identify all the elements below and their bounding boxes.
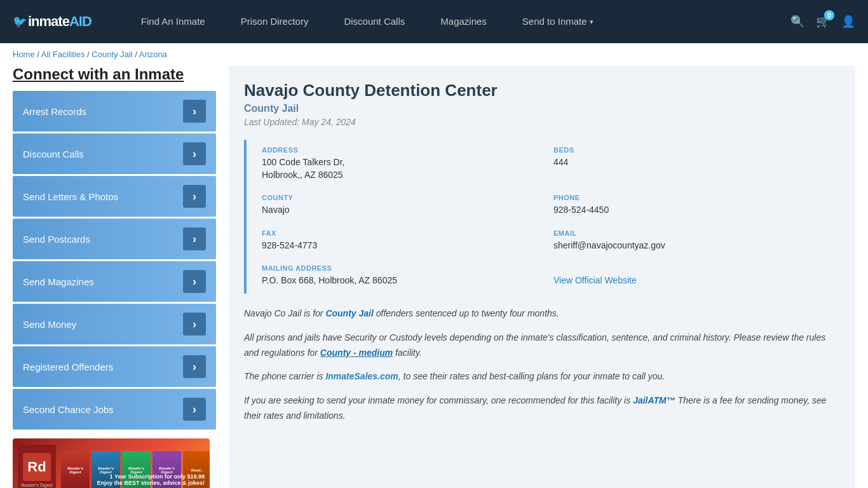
sidebar-item-label: Send Postcards xyxy=(23,234,90,245)
cart-icon[interactable]: 🛒 0 xyxy=(816,15,830,29)
website-cell: View Official Website xyxy=(548,258,840,294)
county-label: COUNTY xyxy=(262,194,543,201)
sidebar-item-discount-calls[interactable]: Discount Calls › xyxy=(13,133,216,174)
nav-discount-calls[interactable]: Discount Calls xyxy=(326,0,423,43)
breadcrumb-arizona[interactable]: Arizona xyxy=(139,50,167,59)
chevron-right-icon: › xyxy=(183,142,206,165)
search-icon[interactable]: 🔍 xyxy=(790,15,804,29)
address-value: 100 Code Talkers Dr,Holbrook,, AZ 86025 xyxy=(262,156,543,181)
email-cell: EMAIL sheriff@navajocountyaz.gov xyxy=(548,223,840,259)
facility-name: Navajo County Detention Center xyxy=(244,81,840,100)
mailing-label: MAILING ADDRESS xyxy=(262,264,543,272)
sidebar-item-send-magazines[interactable]: Send Magazines › xyxy=(13,261,216,302)
desc-jailatm-link[interactable]: JailATM™ xyxy=(633,395,675,405)
county-cell: COUNTY Navajo xyxy=(257,187,548,223)
chevron-right-icon: › xyxy=(183,270,206,293)
facility-updated: Last Updated: May 24, 2024 xyxy=(244,117,840,127)
sidebar-item-label: Second Chance Jobs xyxy=(23,404,114,415)
chevron-right-icon: › xyxy=(183,313,206,336)
desc-paragraph-3: The phone carrier is InmateSales.com, to… xyxy=(244,369,840,384)
nav-magazines[interactable]: Magazines xyxy=(423,0,505,43)
breadcrumb: Home / All Facilities / County Jail / Ar… xyxy=(0,43,868,65)
mailing-value: P.O. Box 668, Holbrook, AZ 86025 xyxy=(262,274,543,287)
desc-county-medium-link[interactable]: County - medium xyxy=(320,348,393,358)
sidebar-item-label: Arrest Records xyxy=(23,106,86,117)
sidebar-item-second-chance-jobs[interactable]: Second Chance Jobs › xyxy=(13,389,216,430)
sidebar-item-send-postcards[interactable]: Send Postcards › xyxy=(13,219,216,259)
ad-rd-logo: Rd xyxy=(23,453,51,481)
breadcrumb-home[interactable]: Home xyxy=(13,50,35,59)
sidebar-item-label: Send Money xyxy=(23,319,76,330)
sidebar-item-label: Send Magazines xyxy=(23,276,94,287)
phone-cell: PHONE 928-524-4450 xyxy=(548,187,840,223)
header-icons: 🔍 🛒 0 👤 xyxy=(790,15,855,29)
website-spacer xyxy=(553,264,835,272)
beds-value: 444 xyxy=(553,156,835,169)
facility-content: Navajo County Detention Center County Ja… xyxy=(229,65,855,488)
main-nav: Find An Inmate Prison Directory Discount… xyxy=(123,0,771,43)
ad-banner[interactable]: Rd Reader's Digest Reader's Digest Reade… xyxy=(13,438,210,488)
chevron-right-icon: › xyxy=(183,100,206,123)
desc-paragraph-1: Navajo Co Jail is for County Jail offend… xyxy=(244,306,840,322)
ad-logo: Rd Reader's Digest xyxy=(18,445,56,488)
address-cell: ADDRESS 100 Code Talkers Dr,Holbrook,, A… xyxy=(257,140,548,187)
website-value: View Official Website xyxy=(553,274,835,287)
desc-paragraph-2: All prisons and jails have Security or C… xyxy=(244,330,840,361)
breadcrumb-county-jail[interactable]: County Jail xyxy=(92,50,132,59)
email-label: EMAIL xyxy=(553,229,835,237)
address-label: ADDRESS xyxy=(262,146,543,154)
ad-promo-message: 1 Year Subscription for only $19.98Enjoy… xyxy=(97,473,205,486)
site-header: 🐦 inmateAID Find An Inmate Prison Direct… xyxy=(0,0,868,43)
breadcrumb-all-facilities[interactable]: All Facilities xyxy=(41,50,85,59)
ad-promo-text: 1 Year Subscription for only $19.98Enjoy… xyxy=(97,473,205,488)
sidebar-title: Connect with an Inmate xyxy=(13,65,216,83)
view-official-website-link[interactable]: View Official Website xyxy=(553,275,637,285)
sidebar-item-label: Registered Offenders xyxy=(23,362,113,372)
facility-description: Navajo Co Jail is for County Jail offend… xyxy=(244,306,840,424)
fax-value: 928-524-4773 xyxy=(262,240,543,252)
desc-inmatesales-link[interactable]: InmateSales.com xyxy=(325,371,398,381)
facility-info-grid: ADDRESS 100 Code Talkers Dr,Holbrook,, A… xyxy=(244,140,840,294)
mailing-cell: MAILING ADDRESS P.O. Box 668, Holbrook, … xyxy=(257,258,548,294)
chevron-right-icon: › xyxy=(183,398,206,421)
ad-cover-1: Reader's Digest xyxy=(61,451,90,488)
user-icon[interactable]: 👤 xyxy=(841,15,855,29)
chevron-right-icon: › xyxy=(183,355,206,378)
nav-prison-directory[interactable]: Prison Directory xyxy=(223,0,327,43)
nav-find-inmate[interactable]: Find An Inmate xyxy=(123,0,223,43)
fax-cell: FAX 928-524-4773 xyxy=(257,223,548,259)
county-value: Navajo xyxy=(262,204,543,217)
email-value: sheriff@navajocountyaz.gov xyxy=(553,240,835,252)
phone-value: 928-524-4450 xyxy=(553,204,835,217)
nav-send-to-inmate[interactable]: Send to Inmate xyxy=(505,0,611,43)
sidebar-menu: Arrest Records › Discount Calls › Send L… xyxy=(13,91,216,430)
fax-label: FAX xyxy=(262,229,543,237)
sidebar-item-arrest-records[interactable]: Arrest Records › xyxy=(13,91,216,132)
sidebar: Connect with an Inmate Arrest Records › … xyxy=(13,65,216,488)
desc-paragraph-4: If you are seeking to send your inmate m… xyxy=(244,393,840,424)
ad-logo-subtitle: Reader's Digest xyxy=(21,483,53,487)
facility-type: County Jail xyxy=(244,103,840,114)
logo-bird-icon: 🐦 xyxy=(13,15,27,29)
cart-badge: 0 xyxy=(824,10,834,20)
site-logo[interactable]: 🐦 inmateAID xyxy=(13,13,92,30)
sidebar-item-send-letters[interactable]: Send Letters & Photos › xyxy=(13,176,216,217)
chevron-right-icon: › xyxy=(183,227,206,250)
phone-label: PHONE xyxy=(553,194,835,201)
main-layout: Connect with an Inmate Arrest Records › … xyxy=(0,65,868,488)
sidebar-item-label: Send Letters & Photos xyxy=(23,191,118,202)
chevron-right-icon: › xyxy=(183,185,206,208)
beds-cell: BEDS 444 xyxy=(548,140,840,187)
sidebar-item-label: Discount Calls xyxy=(23,149,84,159)
sidebar-item-send-money[interactable]: Send Money › xyxy=(13,304,216,344)
desc-county-jail-link[interactable]: County Jail xyxy=(325,308,373,318)
beds-label: BEDS xyxy=(553,146,835,154)
sidebar-item-registered-offenders[interactable]: Registered Offenders › xyxy=(13,346,216,387)
logo-text: inmateAID xyxy=(28,13,92,30)
